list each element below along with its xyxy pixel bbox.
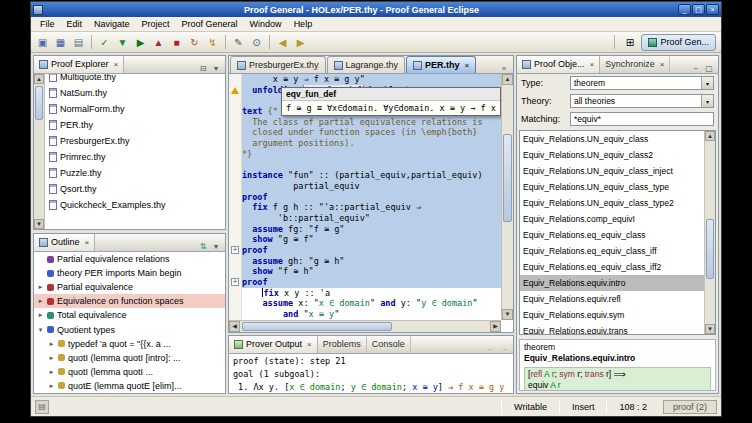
code-line[interactable]: assume x: "x ∈ domain" and y: "y ∈ domai… — [229, 298, 501, 309]
code-line[interactable]: assume fg: "f ≅ g" — [229, 224, 501, 235]
editor-tab[interactable]: PresburgerEx.thy — [230, 56, 326, 73]
explorer-item[interactable]: Quickcheck_Examples.thy — [45, 197, 225, 213]
theorem-list-item[interactable]: Equiv_Relations.UN_equiv_class_inject — [520, 163, 704, 179]
twistie-icon[interactable]: ▸ — [48, 340, 55, 348]
code-line[interactable]: *} — [229, 149, 501, 160]
fold-plus-icon[interactable]: + — [231, 246, 239, 254]
twistie-icon[interactable]: ▸ — [48, 368, 55, 376]
title-bar[interactable]: Proof General - HOLex/PER.thy - Proof Ge… — [31, 2, 721, 17]
code-line[interactable]: The class of partial equivalence relatio… — [229, 117, 501, 128]
matching-input[interactable]: *equiv* — [570, 112, 714, 126]
stop-icon[interactable]: ■ — [168, 34, 185, 51]
code-line[interactable]: show "g ≅ f" — [229, 234, 501, 245]
theorem-list-item[interactable]: Equiv_Relations.eq_equiv_class — [520, 227, 704, 243]
chevron-down-icon[interactable]: ▾ — [701, 95, 713, 107]
theorem-list-item[interactable]: Equiv_Relations.eq_equiv_class_iff — [520, 243, 704, 259]
code-line[interactable]: assume gh: "g ≅ h" — [229, 256, 501, 267]
menu-project[interactable]: Project — [136, 18, 176, 30]
menu-edit[interactable]: Edit — [61, 18, 89, 30]
menu-window[interactable]: Window — [244, 18, 288, 30]
twistie-icon[interactable]: ▸ — [37, 297, 44, 305]
code-line[interactable]: argument positions). — [229, 138, 501, 149]
vertical-scrollbar[interactable]: ▲ ▼ — [501, 74, 513, 320]
explorer-item[interactable]: NatSum.thy — [45, 85, 225, 101]
menu-proof-general[interactable]: Proof General — [176, 18, 244, 30]
theory-dropdown[interactable]: all theories ▾ — [570, 94, 714, 108]
scroll-down-icon[interactable]: ▼ — [705, 324, 715, 334]
close-icon[interactable]: × — [660, 60, 665, 69]
theorem-list-item[interactable]: Equiv_Relations.equiv.intro — [520, 275, 704, 291]
fast-view-icon[interactable]: ▤ — [35, 400, 49, 414]
theorem-list-item[interactable]: Equiv_Relations.UN_equiv_class — [520, 131, 704, 147]
scroll-up-icon[interactable]: ▲ — [705, 131, 715, 141]
back-icon[interactable]: ◀ — [274, 34, 291, 51]
pen-icon[interactable]: ✎ — [230, 34, 247, 51]
minimize-button[interactable]: _ — [678, 4, 691, 15]
scroll-down-icon[interactable]: ▼ — [502, 309, 513, 320]
outline-item[interactable]: Partial equivalence relations — [34, 252, 225, 266]
theorem-list-item[interactable]: Equiv_Relations.eq_equiv_class_iff2 — [520, 259, 704, 275]
print-icon[interactable]: ▤ — [70, 34, 87, 51]
code-line[interactable]: x ≅ y ⇒ f x ≅ g y" — [229, 74, 501, 85]
tab-console[interactable]: Console — [367, 335, 411, 353]
code-line[interactable]: 'b::partial_equiv" — [229, 213, 501, 224]
explorer-scrollbar[interactable]: ▲ ▼ — [34, 74, 45, 229]
undo-icon[interactable]: ▲ — [150, 34, 167, 51]
scrollbar-thumb[interactable] — [35, 86, 43, 120]
code-line[interactable]: closed under function spaces (in \emph{b… — [229, 127, 501, 138]
outline-item[interactable]: ▾Quotient types — [34, 322, 225, 336]
outline-item[interactable]: ▸quotI (lemma quotI ... — [34, 365, 225, 379]
twistie-icon[interactable]: ▾ — [37, 326, 44, 334]
view-menu-icon[interactable]: ▾ — [211, 241, 221, 251]
explorer-item[interactable]: PresburgerEx.thy — [45, 133, 225, 149]
tab-prover-output[interactable]: Prover Output × — [229, 335, 318, 353]
tab-outline[interactable]: Outline × — [34, 233, 95, 251]
back-arrow-icon[interactable]: ← — [486, 343, 496, 353]
code-line[interactable] — [229, 160, 501, 171]
maximize-view-icon[interactable]: ▢ — [704, 63, 714, 73]
scrollbar-thumb[interactable] — [503, 134, 512, 222]
code-line[interactable]: +proof — [229, 245, 501, 256]
close-button[interactable]: × — [706, 4, 719, 15]
outline-item[interactable]: ▸typedef 'a quot = "{{x. a ... — [34, 337, 225, 351]
tab-proof-explorer[interactable]: Proof Explorer × — [34, 55, 124, 73]
tab-overflow-icon[interactable]: » — [499, 63, 509, 73]
sort-icon[interactable]: ⇅ — [198, 241, 208, 251]
inspect-icon[interactable]: ⊙ — [248, 34, 265, 51]
twistie-icon[interactable]: ▸ — [37, 311, 44, 319]
maximize-button[interactable]: ▢ — [692, 4, 705, 15]
forward-arrow-icon[interactable]: → — [499, 343, 509, 353]
scrollbar-thumb[interactable] — [242, 322, 392, 331]
outline-item[interactable]: ▸Partial equivalence — [34, 280, 225, 294]
check-icon[interactable]: ✓ — [96, 34, 113, 51]
run-icon[interactable]: ▶ — [132, 34, 149, 51]
explorer-item[interactable]: Puzzle.thy — [45, 165, 225, 181]
scroll-right-icon[interactable]: ▶ — [490, 321, 501, 332]
theorem-list-item[interactable]: Equiv_Relations.equiv.refl — [520, 291, 704, 307]
theorem-list-item[interactable]: Equiv_Relations.equiv.trans — [520, 323, 704, 334]
explorer-item[interactable]: PER.thy — [45, 117, 225, 133]
type-dropdown[interactable]: theorem ▾ — [570, 76, 714, 90]
close-icon[interactable]: × — [465, 61, 470, 70]
collapse-all-icon[interactable]: ⊟ — [198, 63, 208, 73]
theorem-list-item[interactable]: Equiv_Relations.comp_equivI — [520, 211, 704, 227]
tab-proof-objects[interactable]: Proof Obje... × — [517, 55, 600, 73]
perspective-switcher-icon[interactable]: ⊞ — [621, 34, 638, 51]
close-icon[interactable]: × — [85, 238, 90, 247]
outline-item[interactable]: ▸quotI (lemma quotI [intro]: ... — [34, 351, 225, 365]
theorem-list-item[interactable]: Equiv_Relations.UN_equiv_class_type2 — [520, 195, 704, 211]
code-line[interactable]: instance "fun" :: (partial_equiv,partial… — [229, 170, 501, 181]
menu-help[interactable]: Help — [288, 18, 319, 30]
twistie-icon[interactable]: ▸ — [48, 382, 55, 390]
explorer-item[interactable]: Primrec.thy — [45, 149, 225, 165]
restart-icon[interactable]: ↻ — [186, 34, 203, 51]
editor-tab[interactable]: Lagrange.thy — [327, 56, 406, 73]
new-wizard-icon[interactable]: ▣ — [34, 34, 51, 51]
explorer-item[interactable]: NormalForm.thy — [45, 101, 225, 117]
close-icon[interactable]: × — [114, 60, 119, 69]
goto-icon[interactable]: ▼ — [114, 34, 131, 51]
close-icon[interactable]: × — [307, 340, 312, 349]
chevron-down-icon[interactable]: ▾ — [701, 77, 713, 89]
theorem-list-item[interactable]: Equiv_Relations.UN_equiv_class_type — [520, 179, 704, 195]
outline-item[interactable]: ▸quotE (lemma quotE [elim]... — [34, 379, 225, 393]
